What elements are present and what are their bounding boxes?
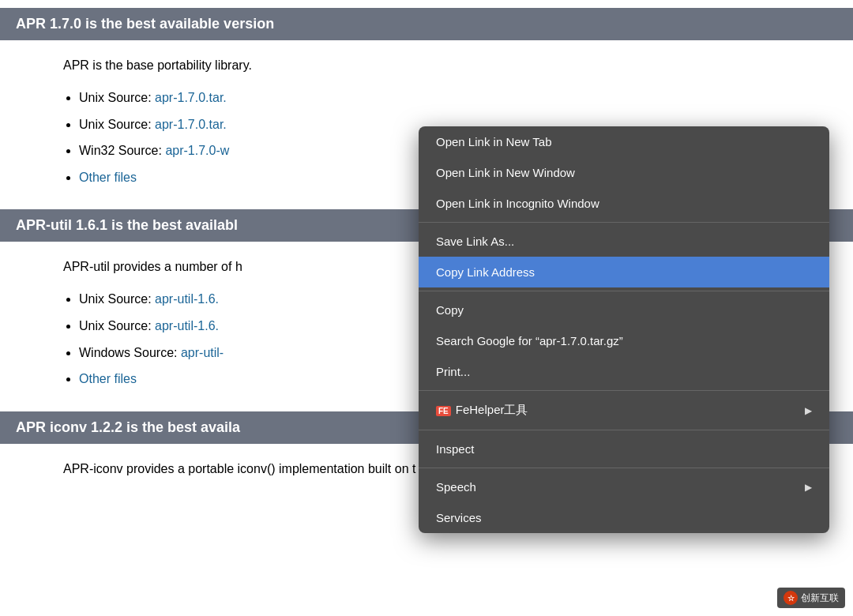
- apr-other-files-link[interactable]: Other files: [79, 171, 137, 184]
- submenu-arrow-icon: ▶: [805, 405, 812, 416]
- context-menu-item-services[interactable]: Services: [419, 502, 829, 533]
- context-menu-item-fehelper[interactable]: FEFeHelper工具▶: [419, 394, 829, 426]
- apr-win32-link[interactable]: apr-1.7.0-w: [165, 144, 229, 157]
- context-menu-divider: [419, 222, 829, 223]
- context-menu-item-label-copy: Copy: [436, 303, 464, 317]
- context-menu-item-label-fehelper: FEFeHelper工具: [436, 403, 528, 418]
- context-menu-item-label-services: Services: [436, 511, 482, 524]
- context-menu-item-label-save-link-as: Save Link As...: [436, 235, 514, 248]
- context-menu-divider: [419, 430, 829, 430]
- context-menu-item-label-open-incognito: Open Link in Incognito Window: [436, 197, 599, 210]
- context-menu-item-open-new-window[interactable]: Open Link in New Window: [419, 157, 829, 188]
- util-unix-source-label-1: Unix Source:: [79, 292, 152, 306]
- context-menu-item-label-open-new-tab: Open Link in New Tab: [436, 135, 551, 148]
- win32-source-label: Win32 Source:: [79, 144, 162, 157]
- context-menu-item-speech[interactable]: Speech▶: [419, 471, 829, 502]
- context-menu-item-inspect[interactable]: Inspect: [419, 434, 829, 464]
- apr-util-unix-link-1[interactable]: apr-util-1.6.: [155, 292, 219, 306]
- watermark: ☆ 创新互联: [777, 588, 845, 608]
- context-menu-item-open-new-tab[interactable]: Open Link in New Tab: [419, 126, 829, 157]
- context-menu-item-label-open-new-window: Open Link in New Window: [436, 166, 575, 179]
- apr-util-windows-link[interactable]: apr-util-: [181, 346, 224, 359]
- watermark-icon: ☆: [783, 591, 798, 605]
- context-menu-item-label-inspect: Inspect: [436, 442, 474, 456]
- context-menu: Open Link in New TabOpen Link in New Win…: [419, 126, 829, 533]
- apr-header: APR 1.7.0 is the best available version: [0, 8, 853, 40]
- context-menu-item-label-speech: Speech: [436, 480, 476, 494]
- watermark-text: 创新互联: [801, 592, 839, 605]
- apr-util-other-files-link[interactable]: Other files: [79, 372, 137, 385]
- context-menu-item-label-print: Print...: [436, 365, 470, 378]
- apr-description: APR is the base portability library.: [63, 56, 790, 75]
- fehelper-icon: FE: [436, 406, 451, 416]
- context-menu-divider: [419, 468, 829, 468]
- util-windows-source-label: Windows Source:: [79, 346, 178, 359]
- list-item: Unix Source: apr-1.7.0.tar.: [79, 88, 790, 108]
- context-menu-item-copy[interactable]: Copy: [419, 295, 829, 325]
- context-menu-divider: [419, 390, 829, 391]
- unix-source-label-1: Unix Source:: [79, 91, 152, 104]
- apr-unix-link-1[interactable]: apr-1.7.0.tar.: [155, 91, 227, 104]
- context-menu-item-copy-link-address[interactable]: Copy Link Address: [419, 257, 829, 287]
- apr-util-unix-link-2[interactable]: apr-util-1.6.: [155, 319, 219, 332]
- context-menu-item-save-link-as[interactable]: Save Link As...: [419, 226, 829, 257]
- context-menu-item-label-search-google: Search Google for “apr-1.7.0.tar.gz”: [436, 334, 623, 347]
- util-unix-source-label-2: Unix Source:: [79, 319, 152, 332]
- apr-unix-link-2[interactable]: apr-1.7.0.tar.: [155, 118, 227, 131]
- context-menu-item-search-google[interactable]: Search Google for “apr-1.7.0.tar.gz”: [419, 325, 829, 356]
- context-menu-item-label-copy-link-address: Copy Link Address: [436, 265, 535, 279]
- context-menu-item-print[interactable]: Print...: [419, 356, 829, 387]
- context-menu-item-open-incognito[interactable]: Open Link in Incognito Window: [419, 188, 829, 219]
- unix-source-label-2: Unix Source:: [79, 118, 152, 131]
- submenu-arrow-icon: ▶: [805, 482, 812, 493]
- context-menu-divider: [419, 291, 829, 291]
